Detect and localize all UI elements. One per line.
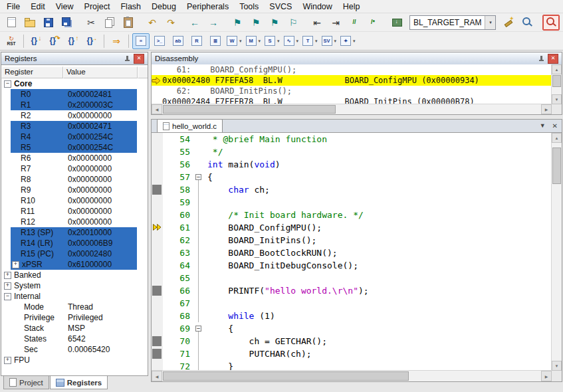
- fold-margin[interactable]: [194, 297, 203, 310]
- fold-margin[interactable]: [194, 335, 203, 347]
- chevron-down-icon[interactable]: ▾: [353, 39, 356, 44]
- breakpoint-margin[interactable]: [152, 196, 163, 209]
- menu-window[interactable]: Window: [297, 1, 337, 13]
- redo-icon[interactable]: ↷: [162, 15, 179, 31]
- chevron-down-icon[interactable]: ▾: [259, 39, 261, 44]
- register-row[interactable]: +Banked: [1, 270, 148, 280]
- disassembly-line[interactable]: 61: BOARD_ConfigMPU();: [152, 64, 552, 75]
- menu-peripherals[interactable]: Peripherals: [181, 1, 234, 13]
- comment-icon[interactable]: //: [346, 15, 363, 31]
- menu-help[interactable]: Help: [338, 1, 366, 13]
- fold-margin[interactable]: [194, 246, 203, 259]
- breakpoint-margin[interactable]: [152, 209, 163, 221]
- breakpoint-margin[interactable]: [152, 246, 163, 259]
- chevron-down-icon[interactable]: ▾: [334, 39, 337, 44]
- chevron-down-icon[interactable]: ▾: [296, 39, 299, 44]
- register-row[interactable]: Sec0.00065420: [1, 344, 148, 355]
- save-icon[interactable]: [40, 15, 57, 31]
- register-row[interactable]: R15 (PC)0x00002480: [1, 248, 148, 259]
- breakpoint-margin[interactable]: [152, 183, 163, 196]
- code-line[interactable]: 65: [152, 272, 552, 284]
- breakpoint-margin[interactable]: [152, 297, 163, 310]
- collapse-icon[interactable]: −: [4, 293, 11, 300]
- reset-icon[interactable]: ↻RST: [3, 33, 20, 49]
- fold-margin[interactable]: [194, 196, 203, 209]
- uncomment-icon[interactable]: /*: [364, 15, 382, 31]
- breakpoint-margin[interactable]: [152, 347, 163, 360]
- register-row[interactable]: −Core: [1, 78, 148, 89]
- navigate-back-icon[interactable]: ←: [186, 15, 203, 31]
- call-stack-icon[interactable]: ≣: [207, 33, 224, 49]
- menu-svcs[interactable]: SVCS: [264, 1, 297, 13]
- fold-margin[interactable]: [194, 310, 203, 322]
- breakpoint-margin[interactable]: [152, 259, 163, 272]
- disassembly-line[interactable]: 62: BOARD_InitPins();: [152, 86, 552, 96]
- tab-hello-world-c[interactable]: hello_world.c: [157, 119, 223, 132]
- breakpoint-margin[interactable]: [152, 146, 163, 158]
- open-file-icon[interactable]: [21, 15, 39, 31]
- register-row[interactable]: −Internal: [1, 291, 148, 302]
- register-row[interactable]: R100x00000000: [1, 195, 148, 206]
- collapse-icon[interactable]: −: [4, 80, 11, 88]
- cut-icon[interactable]: ✂: [82, 15, 100, 31]
- fold-margin[interactable]: −: [194, 171, 203, 183]
- run-to-cursor-icon[interactable]: {}→: [83, 33, 100, 49]
- scroll-up-icon[interactable]: ▲: [552, 64, 562, 74]
- breakpoint-margin[interactable]: [152, 272, 163, 284]
- register-row[interactable]: R00x00002481: [1, 89, 148, 100]
- fold-margin[interactable]: [194, 183, 203, 196]
- menu-flash[interactable]: Flash: [115, 1, 146, 13]
- code-line[interactable]: 68 while (1): [152, 310, 552, 322]
- analysis-window-icon[interactable]: ∿▾: [282, 33, 300, 49]
- breakpoint-margin[interactable]: [152, 221, 163, 234]
- register-row[interactable]: +System: [1, 280, 148, 291]
- disassembly-vscrollbar[interactable]: ▲ ▼: [551, 64, 562, 104]
- scroll-left-icon[interactable]: ◀: [152, 371, 162, 381]
- column-header-value[interactable]: Value: [63, 66, 138, 78]
- register-row[interactable]: R70x00000000: [1, 163, 148, 174]
- scrollbar-thumb[interactable]: [552, 147, 561, 184]
- fold-collapse-icon[interactable]: −: [195, 326, 201, 332]
- navigate-forward-icon[interactable]: →: [205, 15, 222, 31]
- menu-tools[interactable]: Tools: [234, 1, 264, 13]
- scrollbar-thumb[interactable]: [163, 105, 336, 114]
- code-line[interactable]: 61 BOARD_ConfigMPU();: [152, 221, 552, 234]
- flash-download-icon[interactable]: [388, 15, 405, 31]
- register-row[interactable]: R80x00000000: [1, 174, 148, 185]
- code-line[interactable]: 55 */: [152, 146, 552, 158]
- step-out-icon[interactable]: {}↑: [64, 33, 82, 49]
- copy-icon[interactable]: [101, 15, 118, 31]
- breakpoint-margin[interactable]: [152, 133, 163, 146]
- fold-margin[interactable]: [194, 284, 203, 297]
- code-line[interactable]: 70 ch = GETCHAR();: [152, 335, 552, 347]
- breakpoint-margin[interactable]: [152, 310, 163, 322]
- save-all-icon[interactable]: [58, 15, 76, 31]
- show-current-statement-icon[interactable]: ⇒: [108, 33, 125, 49]
- disassembly-lines[interactable]: 61: BOARD_ConfigMPU();0x00002480 F7FEFA5…: [152, 64, 552, 104]
- scroll-down-icon[interactable]: ▼: [552, 361, 562, 371]
- code-line[interactable]: 69− {: [152, 322, 552, 335]
- tab-list-chevron-icon[interactable]: ▼: [540, 122, 546, 130]
- disassembly-line[interactable]: 0x00002480 F7FEFA58 BL.W BOARD_ConfigMPU…: [152, 75, 552, 86]
- close-icon[interactable]: ✕: [548, 54, 558, 64]
- fold-margin[interactable]: [194, 347, 203, 360]
- pin-icon[interactable]: [122, 54, 132, 63]
- symbols-window-icon[interactable]: ab: [169, 33, 187, 49]
- previous-bookmark-icon[interactable]: ⚑: [247, 15, 265, 31]
- breakpoint-margin[interactable]: [152, 284, 163, 297]
- find-in-files-icon[interactable]: [518, 15, 536, 31]
- expand-icon[interactable]: +: [4, 357, 11, 364]
- clear-bookmarks-icon[interactable]: ⚐: [284, 15, 302, 31]
- close-icon[interactable]: ✕: [134, 54, 144, 64]
- toolbox-icon[interactable]: ✦▾: [339, 33, 357, 49]
- command-window-icon[interactable]: >_: [151, 33, 168, 49]
- code-line[interactable]: 56int main(void): [152, 158, 552, 171]
- fold-margin[interactable]: [194, 360, 203, 371]
- breakpoint-margin[interactable]: [152, 234, 163, 246]
- menu-view[interactable]: View: [51, 1, 79, 13]
- fold-margin[interactable]: [194, 221, 203, 234]
- breakpoint-margin[interactable]: [152, 171, 163, 183]
- register-row[interactable]: +FPU: [1, 355, 148, 365]
- registers-window-icon[interactable]: R: [188, 33, 205, 49]
- breakpoint-margin[interactable]: [152, 322, 163, 335]
